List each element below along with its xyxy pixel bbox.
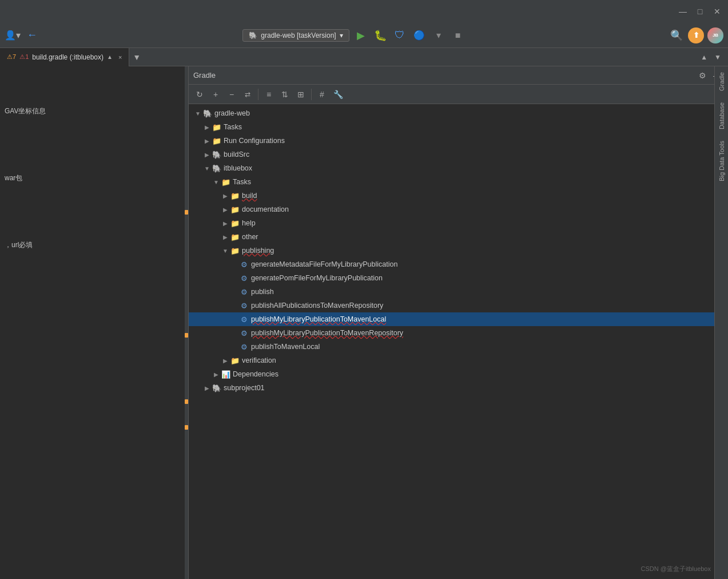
tree-item-gen-pom[interactable]: ▶ ⚙ generatePomFileForMyLibraryPublicati… (189, 271, 728, 285)
arrow-itbluebox: ▼ (202, 161, 212, 175)
scroll-marker-2 (185, 333, 188, 338)
back-button[interactable]: ← (24, 27, 40, 43)
coverage-button[interactable]: 🔵 (411, 27, 427, 43)
publish-label: publish (251, 288, 728, 296)
gradle-link-button[interactable]: ⇄ (240, 87, 255, 102)
arrow-buildsrc: ▶ (202, 148, 212, 161)
gradle-toolbar-sep-2 (311, 89, 312, 100)
documentation-icon: 📁 (230, 204, 240, 215)
tree-item-dependencies[interactable]: ▶ 📊 Dependencies (189, 367, 728, 381)
gradle-remove-button[interactable]: − (224, 87, 239, 102)
tree-item-other[interactable]: ▶ 📁 other (189, 230, 728, 244)
build-label: build (242, 192, 728, 200)
tree-item-build[interactable]: ▶ 📁 build (189, 189, 728, 203)
remove-icon: − (229, 90, 234, 99)
add-icon: + (213, 90, 218, 99)
tree-item-publish-repo[interactable]: ▶ ⚙ publishMyLibraryPublicationToMavenRe… (189, 326, 728, 340)
arrow-tasks-2: ▼ (212, 175, 221, 189)
avatar-button[interactable]: ⬆ (688, 27, 704, 43)
tree-item-verification[interactable]: ▶ 📁 verification (189, 354, 728, 367)
tasks-1-icon: 📁 (212, 122, 222, 132)
right-tab-database[interactable]: Database (716, 97, 727, 135)
publish-local-icon: ⚙ (239, 314, 249, 324)
right-tab-gradle[interactable]: Gradle (716, 66, 727, 97)
tree-item-tasks-1[interactable]: ▶ 📁 Tasks (189, 120, 728, 134)
publish-icon: ⚙ (239, 287, 249, 297)
gradle-add-button[interactable]: + (208, 87, 223, 102)
gen-metadata-icon: ⚙ (239, 259, 249, 269)
gradle-settings-button[interactable]: ⚙ (696, 69, 709, 82)
coverage-icon: 🔵 (413, 30, 425, 41)
gradle-wrench-button[interactable]: 🔧 (331, 87, 345, 102)
tree-item-publish-all[interactable]: ▶ ⚙ publishAllPublicationsToMavenReposit… (189, 299, 728, 312)
gradle-toolbar-sep-1 (258, 89, 258, 100)
debug-button[interactable]: 🐛 (372, 27, 388, 43)
tree-item-publishing[interactable]: ▼ 📁 publishing (189, 244, 728, 257)
left-section-gav: GAV坐标信息 (5, 106, 184, 116)
tree-item-run-configs[interactable]: ▶ 📁 Run Configurations (189, 134, 728, 148)
profile-icon: 🛡 (395, 29, 405, 41)
tree-item-publish-maven-local[interactable]: ▶ ⚙ publishToMavenLocal (189, 340, 728, 354)
tree-item-subproject01[interactable]: ▶ 🐘 subproject01 (189, 381, 728, 395)
debug-icon: 🐛 (374, 29, 387, 42)
itbluebox-icon: 🐘 (212, 163, 222, 173)
editor-tabs: ⚠7 ⚠1 build.gradle (:itbluebox) ▲ × ▼ ▲ … (0, 48, 728, 66)
gradle-collapse-button[interactable]: ⇅ (277, 87, 292, 102)
tab-action-down[interactable]: ▼ (712, 52, 723, 62)
tree-item-tasks-2[interactable]: ▼ 📁 Tasks (189, 175, 728, 189)
close-button[interactable]: ✕ (712, 6, 722, 17)
arrow-dependencies: ▶ (212, 367, 221, 381)
left-panel: GAV坐标信息 war包 ，url必填 (0, 66, 189, 579)
gradle-group-button[interactable]: ⊞ (293, 87, 308, 102)
run-button[interactable]: ▶ (353, 27, 369, 43)
documentation-label: documentation (242, 205, 728, 213)
tab-action-up[interactable]: ▲ (698, 52, 710, 62)
arrow-publishing: ▼ (221, 244, 230, 257)
minimize-button[interactable]: — (678, 6, 688, 17)
tasks-2-icon: 📁 (221, 177, 231, 187)
buildsrc-label: buildSrc (224, 150, 728, 158)
tree-item-publish[interactable]: ▶ ⚙ publish (189, 285, 728, 299)
wrench-icon: 🔧 (333, 90, 343, 99)
tree-item-gradle-web[interactable]: ▼ 🐘 gradle-web (189, 106, 728, 120)
tabs-more-button[interactable]: ▼ (129, 53, 144, 62)
jetbrains-icon: JB (707, 27, 723, 43)
dropdown-arrow-icon: ▾ (340, 31, 343, 39)
right-tab-big-data[interactable]: Big Data Tools (716, 135, 727, 187)
gradle-panel: Gradle ⚙ — ↻ + − ⇄ ≡ ⇅ (189, 66, 728, 579)
more-run-button[interactable]: ▾ (431, 27, 447, 43)
search-button[interactable]: 🔍 (669, 27, 685, 43)
arrow-subproject01: ▶ (202, 381, 212, 395)
publish-repo-icon: ⚙ (239, 328, 249, 338)
account-button[interactable]: 👤▾ (5, 27, 21, 43)
arrow-verification: ▶ (221, 354, 230, 367)
gen-pom-label: generatePomFileForMyLibraryPublication (251, 274, 728, 282)
refresh-icon: ↻ (196, 90, 203, 99)
main-toolbar: 👤▾ ← 🐘 gradle-web [taskVersion] ▾ ▶ 🐛 🛡 … (0, 23, 728, 48)
build-gradle-tab[interactable]: ⚠7 ⚠1 build.gradle (:itbluebox) ▲ × (0, 48, 129, 66)
scroll-marker-3 (185, 399, 188, 404)
gradle-tree[interactable]: ▼ 🐘 gradle-web ▶ 📁 Tasks ▶ 📁 (189, 104, 728, 579)
tab-actions: ▲ ▼ (698, 52, 728, 62)
gradle-expand-button[interactable]: ≡ (261, 87, 276, 102)
tree-item-gen-metadata[interactable]: ▶ ⚙ generateMetadataFileForMyLibraryPubl… (189, 257, 728, 271)
gradle-refresh-button[interactable]: ↻ (192, 87, 207, 102)
tree-item-publish-local[interactable]: ▶ ⚙ publishMyLibraryPublicationToMavenLo… (189, 312, 728, 326)
arrow-gradle-web: ▼ (193, 106, 202, 120)
tree-item-buildsrc[interactable]: ▶ 🐘 buildSrc (189, 148, 728, 161)
publishing-icon: 📁 (230, 245, 240, 256)
gradle-hash-button[interactable]: # (315, 87, 329, 102)
back-icon: ← (27, 29, 37, 41)
itbluebox-label: itbluebox (224, 164, 728, 172)
maximize-button[interactable]: □ (695, 6, 705, 17)
stop-button[interactable]: ■ (450, 27, 466, 43)
tree-item-itbluebox[interactable]: ▼ 🐘 itbluebox (189, 161, 728, 175)
tree-item-documentation[interactable]: ▶ 📁 documentation (189, 203, 728, 216)
run-config-label: gradle-web [taskVersion] (261, 31, 336, 39)
publish-all-label: publishAllPublicationsToMavenRepository (251, 302, 728, 310)
tree-item-help[interactable]: ▶ 📁 help (189, 216, 728, 230)
profile-button[interactable]: 🛡 (392, 27, 408, 43)
run-config-dropdown[interactable]: 🐘 gradle-web [taskVersion] ▾ (242, 29, 349, 42)
tab-close-button[interactable]: × (118, 54, 122, 61)
search-icon: 🔍 (670, 29, 683, 42)
